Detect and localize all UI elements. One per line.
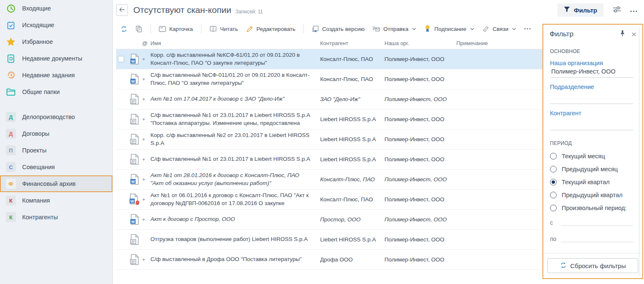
period-radio[interactable]: Предыдущий месяц	[550, 166, 633, 172]
sidebar-item-label: Избранное	[22, 38, 53, 45]
card-icon	[159, 26, 166, 32]
column-header-name[interactable]: Имя	[150, 40, 320, 46]
toolbar-copy-button[interactable]	[135, 25, 143, 33]
column-header-attachment[interactable]: @	[142, 40, 150, 46]
radio-icon	[550, 166, 557, 172]
edit-icon	[246, 25, 253, 33]
sidebar-item-shared-folders[interactable]: Общие папки	[0, 84, 112, 100]
period-radio[interactable]: Текущий месяц	[550, 153, 633, 160]
sidebar-item-label: Недавние документы	[22, 55, 82, 62]
sidebar-item-recent-documents[interactable]: Недавние документы	[0, 50, 112, 67]
expand-plus[interactable]: +	[142, 96, 150, 102]
recent-clock-icon	[6, 70, 16, 80]
toolbar-card-button[interactable]: Карточка	[159, 26, 193, 32]
sidebar-item-records-management[interactable]: ДДелопроизводство	[0, 109, 112, 125]
sidebar-item-projects[interactable]: ППроекты	[0, 142, 112, 159]
toolbar-send-button[interactable]: Отправка	[372, 26, 416, 32]
period-radio[interactable]: Произвольный период:	[550, 205, 633, 211]
filter-toggle-button[interactable]: Фильтр	[557, 3, 603, 17]
org-cell: Полимер-Инвест, ООО	[384, 56, 456, 62]
sidebar-item-label: Проекты	[22, 147, 46, 154]
column-header-contragent[interactable]: Контрагент	[320, 40, 384, 46]
period-radio[interactable]: Предыдущий квартал	[550, 192, 633, 198]
document-name: Акт №1 от 17.04.2017 к договор с ЗАО "Де…	[150, 95, 320, 103]
column-header-org[interactable]: Наша орг.	[384, 40, 456, 46]
expand-plus[interactable]: +	[142, 156, 150, 162]
document-name: Акт №1 от 28.01.2016 к договор с Консалт…	[150, 172, 320, 188]
toolbar-refresh-button[interactable]	[120, 25, 127, 33]
radio-icon	[550, 205, 557, 211]
table-row[interactable]: +Акт №1 от 17.04.2017 к договор с ЗАО "Д…	[116, 89, 542, 109]
close-filter-button[interactable]: ×	[631, 30, 636, 38]
sidebar-item-meetings[interactable]: ССовещания	[0, 159, 112, 175]
sidebar-item-counterparties[interactable]: ККонтрагенты	[0, 209, 112, 226]
chevron-down-icon	[512, 28, 516, 30]
department-input[interactable]	[550, 91, 633, 104]
table-row[interactable]: +С/ф выставленный №1 от 23.01.2017 в Lie…	[116, 150, 542, 170]
our-organization-link[interactable]: Наша организация	[550, 60, 603, 66]
department-link[interactable]: Подразделение	[550, 84, 594, 90]
expand-plus[interactable]: +	[142, 136, 150, 142]
table-row[interactable]: +С/ф выставленный №1 от 23.01.2017 в Lie…	[116, 109, 542, 129]
counterparty-link[interactable]: Контрагент	[550, 110, 581, 117]
filter-panel-scrollbar[interactable]	[639, 27, 639, 276]
more-options-button[interactable]	[630, 7, 637, 13]
expand-plus[interactable]: +	[142, 256, 150, 263]
toolbar-edit-button[interactable]: Редактировать	[246, 25, 295, 33]
expand-plus[interactable]: +	[142, 56, 150, 62]
org-cell: Полимер-Инвест, ООО	[384, 236, 456, 243]
contragent-cell: ЗАО "Дело-Иж"	[320, 96, 384, 102]
column-header-note[interactable]: Примечание	[456, 40, 542, 46]
sidebar-item-favorites[interactable]: Избранное	[0, 33, 112, 50]
back-button[interactable]	[116, 4, 128, 16]
sidebar-item-label: Входящие	[22, 5, 51, 12]
period-radio-label: Предыдущий месяц	[562, 166, 618, 172]
reset-filters-button[interactable]: Сбросить фильтры	[547, 258, 638, 273]
sidebar-item-financial-archive[interactable]: ФФинансовый архив	[0, 175, 112, 192]
send-icon	[372, 26, 380, 32]
sidebar-item-label: Недавние задания	[22, 72, 75, 79]
document-icon	[127, 254, 142, 265]
sidebar-item-contracts[interactable]: ДДоговоры	[0, 125, 112, 142]
projects-icon: П	[6, 145, 16, 155]
table-row[interactable]: W+Корр. с/ф выставленный №КСФ-61/01.20 о…	[116, 49, 542, 69]
toolbar-sign-button[interactable]: Подписание	[424, 25, 474, 33]
date-from-input[interactable]	[561, 218, 633, 226]
expand-plus[interactable]: +	[142, 76, 150, 82]
table-row[interactable]: +Корр. с/ф выставленный №2 от 23.01.2017…	[116, 129, 542, 150]
toolbar-create-version-button[interactable]: Создать версию	[312, 25, 365, 33]
table-row[interactable]: W+Акт к договор с Простор, ОООПростор, О…	[116, 210, 542, 230]
date-to-input[interactable]	[561, 234, 633, 242]
radio-icon	[550, 192, 557, 198]
sidebar-item-inbox[interactable]: Входящие	[0, 0, 112, 17]
table-row[interactable]: W+Акт №1 от 28.01.2016 к договор с Конса…	[116, 170, 542, 190]
expand-plus[interactable]: +	[142, 176, 150, 183]
view-settings-button[interactable]	[613, 6, 621, 14]
period-radio-label: Предыдущий квартал	[562, 192, 623, 198]
our-organization-input[interactable]: Полимер-Инвест, ООО	[550, 68, 633, 78]
table-row[interactable]: W+С/ф выставленный №СФ-011/01.20 от 09.0…	[116, 69, 542, 89]
toolbar-links-button[interactable]: Связи	[482, 25, 517, 33]
table-row[interactable]: Отгрузка товаров (выполнение работ) Lieb…	[116, 230, 542, 250]
sidebar-item-company[interactable]: ККомпания	[0, 192, 112, 209]
toolbar-divider	[303, 24, 304, 33]
period-radio[interactable]: Текущий квартал	[550, 179, 633, 185]
sidebar-item-outbox[interactable]: Исходящие	[0, 17, 112, 33]
expand-plus[interactable]: +	[142, 216, 150, 223]
table-row[interactable]: W+Акт №1 от 06.01.2016 к договор с Конса…	[116, 190, 542, 210]
toolbar-read-button[interactable]: Читать	[209, 25, 238, 32]
toolbar-more-button[interactable]	[524, 28, 531, 30]
expand-plus[interactable]: +	[142, 196, 150, 203]
ellipsis-icon	[630, 7, 637, 13]
row-checkbox[interactable]	[118, 56, 124, 62]
word-document-sealed-icon: W	[127, 193, 142, 205]
pin-button[interactable]	[619, 30, 626, 38]
expand-plus[interactable]: +	[142, 116, 150, 122]
sidebar-item-recent-tasks[interactable]: Недавние задания	[0, 67, 112, 84]
contragent-cell: Консалт-Плюс, ПАО	[320, 196, 384, 203]
toolbar: КарточкаЧитатьРедактироватьСоздать верси…	[116, 20, 542, 38]
table-row[interactable]: +С/ф выставленный в Дрофа ООО "Поставка …	[116, 250, 542, 270]
table-body: W+Корр. с/ф выставленный №КСФ-61/01.20 о…	[116, 49, 542, 270]
counterparty-input[interactable]	[550, 118, 633, 130]
sliders-icon	[613, 6, 621, 14]
